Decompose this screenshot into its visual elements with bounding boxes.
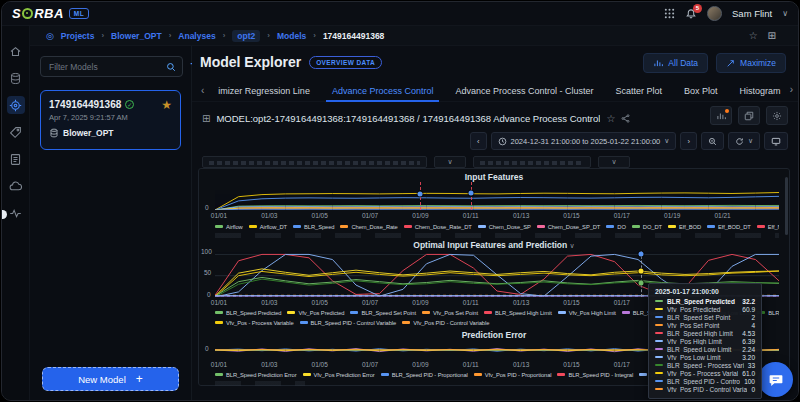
chevron-down-icon[interactable]: ∨ [782, 9, 788, 18]
tab[interactable]: Advance Process Control - Cluster [444, 80, 604, 101]
breadcrumb-item[interactable]: 1749164491368 › [323, 31, 384, 41]
legend-item[interactable]: Vfv_Pos PID - Control Variable [402, 320, 489, 326]
legend-item[interactable]: Airflow [215, 224, 243, 230]
search-icon[interactable] [166, 62, 176, 72]
favorite-star-icon[interactable]: ★ [161, 100, 172, 110]
breadcrumb-item[interactable]: Projects › [61, 31, 104, 41]
all-data-button[interactable]: All Data [643, 53, 708, 73]
tab[interactable]: imizer Regression Line [207, 80, 321, 101]
legend-item[interactable]: DO_DT [632, 224, 662, 230]
time-controls: ‹ 2024-12-31 21:00:00 to 2025-01-22 21:0… [470, 132, 788, 150]
breadcrumb-separator: › [169, 31, 172, 40]
cloud-icon[interactable] [7, 177, 25, 195]
legend-item[interactable]: Chem_Dose_Rate_DT [404, 224, 472, 230]
legend-item[interactable]: BLR_Speed Prediction Error [215, 372, 297, 378]
chart1-plot[interactable] [215, 182, 779, 210]
filter-models-input[interactable] [47, 61, 162, 73]
series-select-input[interactable] [202, 156, 427, 168]
tab[interactable]: Scatter Plot [605, 80, 674, 101]
layout-grid-icon[interactable]: ⊞ [768, 30, 776, 41]
new-model-button[interactable]: New Model + [42, 367, 179, 391]
legend-item[interactable]: Eff_BOD [668, 224, 701, 230]
breadcrumb-item[interactable]: opt2 › [232, 30, 270, 42]
home-icon[interactable] [7, 42, 25, 60]
analytics-button[interactable] [710, 106, 732, 125]
avatar[interactable] [707, 6, 722, 21]
chevron-down-icon[interactable]: ∨ [570, 242, 575, 249]
star-icon[interactable]: ☆ [749, 30, 758, 41]
display-button[interactable] [764, 132, 788, 150]
tab[interactable]: Box Plot [673, 80, 729, 101]
series-select-dropdown[interactable]: ∨ [434, 156, 466, 168]
panels-button[interactable] [738, 106, 760, 125]
legend-item[interactable]: BLR_Speed PID - Integral [557, 372, 633, 378]
legend-item[interactable]: BLR_Speed PID - Proportional [381, 372, 468, 378]
legend-item[interactable]: Vfv_Pos PID - Proportional [474, 372, 552, 378]
legend-item[interactable]: Vfv_Pos High Limit [558, 310, 616, 316]
x-tick: 01/19 [664, 212, 680, 219]
truncated-text [209, 161, 420, 165]
ml-chip-icon[interactable] [7, 96, 25, 114]
refresh-button[interactable]: ∨ [728, 132, 760, 150]
plus-icon: + [136, 372, 143, 386]
tooltip-swatch [655, 364, 663, 366]
chart2-ytick-0: 0 [207, 291, 211, 298]
legend-item[interactable]: BLR_Speed [293, 224, 334, 230]
tab[interactable]: Histogram [729, 80, 792, 101]
model-card[interactable]: 1749164491368 ✓ ★ Apr 7, 2025 9:21:57 AM… [40, 90, 181, 150]
panel-scrollbar[interactable] [785, 177, 788, 235]
range-select-dropdown[interactable]: ∨ [598, 156, 630, 168]
legend-item[interactable]: Eff_NH4 [757, 224, 779, 230]
tabs-scroll-right-icon[interactable]: › [787, 84, 796, 95]
breadcrumb-item[interactable]: Analyses › [178, 31, 225, 41]
legend-item[interactable]: BLR_Speed High Limit [484, 310, 552, 316]
tooltip-swatch [655, 332, 663, 334]
chart1-legend: AirflowAirflow_DTBLR_SpeedChem_Dose_Rate… [215, 222, 779, 231]
panel-grid-icon[interactable]: ⊞ [202, 113, 210, 124]
document-icon[interactable] [7, 150, 25, 168]
tooltip-swatch [655, 356, 663, 358]
legend-item[interactable]: BLR_Speed Predicted [215, 310, 281, 316]
activity-icon[interactable] [7, 204, 25, 222]
legend-item[interactable]: Vfv_Pos Set Point [422, 310, 478, 316]
time-range-picker[interactable]: 2024-12-31 21:00:00 to 2025-01-22 21:00:… [491, 132, 677, 150]
maximize-button[interactable]: Maximize [716, 53, 786, 73]
legend-item[interactable]: Vfv_Pos Prediction Error [303, 372, 375, 378]
legend-item[interactable]: Vfv_Pos - Process Variable [215, 320, 294, 326]
breadcrumb-separator: › [313, 31, 316, 40]
legend-item[interactable]: Chem_Dose_Rate [340, 224, 397, 230]
panel-star-icon[interactable]: ☆ [606, 113, 615, 124]
chat-fab-button[interactable] [758, 362, 793, 397]
legend-item[interactable]: DO [606, 224, 626, 230]
range-select-input[interactable] [473, 156, 591, 168]
time-back-button[interactable]: ‹ [470, 132, 487, 150]
apps-grid-icon[interactable] [664, 8, 675, 19]
legend-swatch [303, 373, 311, 376]
time-forward-button[interactable]: › [680, 132, 697, 150]
zoom-out-button[interactable] [701, 132, 724, 150]
breadcrumb-item[interactable]: Models › [277, 31, 316, 41]
tabs-scroll-left-icon[interactable]: ‹ [198, 85, 207, 96]
settings-button[interactable] [766, 106, 788, 125]
tooltip-row: BLR_Speed Predicted 32.2 [655, 297, 755, 305]
legend-item[interactable]: BLR_Speed PID - Control Variable [300, 320, 397, 326]
breadcrumb-home-icon[interactable]: ◎ [46, 31, 54, 41]
tooltip-row: BLR_Speed High Limit 4.53 [655, 329, 755, 337]
breadcrumb-item[interactable]: Blower_OPT › [111, 31, 171, 41]
legend-item[interactable]: Chem_Dose_SP_DT [537, 224, 601, 230]
database-icon[interactable] [7, 69, 25, 87]
tag-icon[interactable] [7, 123, 25, 141]
gear-icon [772, 111, 782, 121]
share-icon[interactable] [621, 114, 630, 123]
legend-item[interactable]: BLR_Speed Set Point [350, 310, 416, 316]
legend-item[interactable]: Vfv_Pos Predicted [287, 310, 344, 316]
bell-icon[interactable]: 5 [685, 8, 697, 20]
legend-item[interactable]: Airflow_DT [249, 224, 287, 230]
breadcrumb-separator: › [101, 31, 104, 40]
tooltip-row: BLR_Speed - Process Variable 33 [655, 361, 755, 369]
legend-item[interactable]: Eff_BOD_DT [707, 224, 751, 230]
chevron-down-icon: ∨ [748, 137, 753, 145]
legend-item[interactable]: Chem_Dose_SP [478, 224, 531, 230]
tab[interactable]: Advance Process Control [321, 80, 445, 101]
user-name[interactable]: Sam Flint [732, 8, 772, 19]
